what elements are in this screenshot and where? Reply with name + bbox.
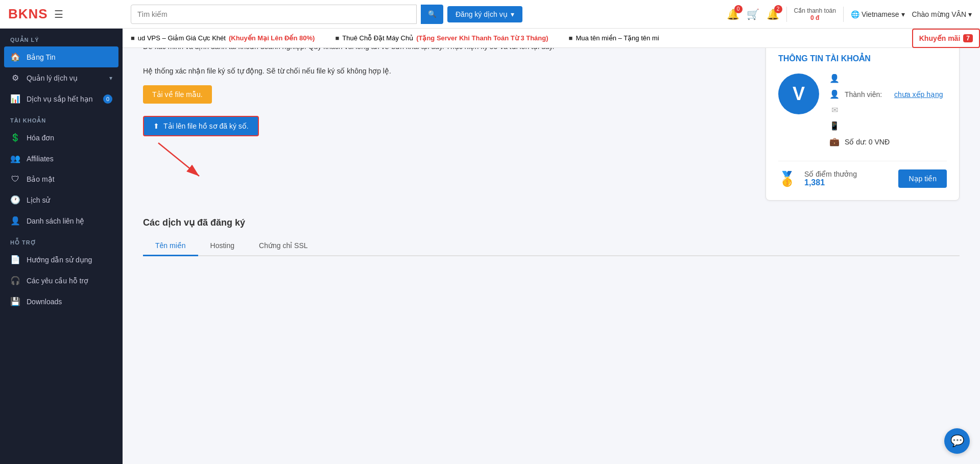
- deposit-button[interactable]: Nạp tiền: [898, 169, 947, 188]
- tab-ssl-label: Chứng chỉ SSL: [259, 241, 308, 250]
- balance-display-row: 💼 Số dư: 0 VNĐ: [829, 137, 947, 146]
- user-avatar: V: [778, 74, 819, 114]
- sidebar-huong-dan-label: Hướng dẫn sử dụng: [27, 256, 112, 264]
- register-chevron-icon: ▾: [511, 10, 514, 18]
- sidebar-item-quan-ly-dich-vu[interactable]: ⚙ Quản lý dịch vụ ▾: [0, 67, 123, 88]
- marquee-dot-2: ■: [335, 34, 339, 42]
- header-divider: [786, 7, 787, 22]
- marquee-text-3: Mua tên miền – Tặng tên mi: [576, 34, 659, 42]
- reward-value: 1,381: [804, 178, 857, 187]
- sidebar-affiliates-label: Affiliates: [27, 155, 112, 163]
- search-button[interactable]: 🔍: [421, 5, 443, 24]
- hamburger-icon[interactable]: ☰: [54, 8, 63, 20]
- chat-icon: 💬: [950, 434, 964, 448]
- tab-ten-mien-label: Tên miền: [155, 241, 186, 250]
- contacts-icon: 👤: [10, 216, 20, 226]
- greeting-label: Chào mừng: [912, 10, 950, 18]
- search-input[interactable]: [131, 5, 417, 24]
- sidebar-expiry-label: Dịch vụ sắp hết hạn: [27, 95, 97, 103]
- services-chevron-icon: ▾: [109, 75, 112, 82]
- sidebar-item-danh-sach-lien-he[interactable]: 👤 Danh sách liên hệ: [0, 210, 123, 231]
- sidebar-item-affiliates[interactable]: 👥 Affiliates: [0, 148, 123, 169]
- expiry-badge: 0: [103, 94, 112, 104]
- upload-file-button[interactable]: ⬆ Tải lên file hồ sơ đã ký số.: [143, 116, 259, 136]
- marquee-dot-3: ■: [569, 34, 573, 42]
- promo-label: Khuyến mãi: [919, 34, 961, 42]
- upload-icon: ⬆: [153, 122, 159, 130]
- marquee-dot-1: ■: [131, 34, 135, 42]
- register-service-button[interactable]: Đăng ký dịch vụ ▾: [447, 6, 522, 22]
- sidebar-contacts-label: Danh sách liên hệ: [27, 217, 112, 225]
- header-divider2: [843, 7, 844, 22]
- guide-icon: 📄: [10, 255, 20, 264]
- member-rank-link[interactable]: chưa xếp hạng: [894, 90, 943, 99]
- member-label: Thành viên:: [845, 90, 882, 99]
- download-icon: 💾: [10, 297, 20, 306]
- sidebar-item-downloads[interactable]: 💾 Downloads: [0, 291, 123, 312]
- alert-badge: 2: [774, 5, 782, 13]
- arrow-indicator: [153, 140, 214, 181]
- alert-button[interactable]: 🔔 2: [767, 8, 779, 20]
- user-chevron-icon: ▾: [968, 10, 972, 18]
- promo-badge: 7: [963, 34, 973, 42]
- billing-button[interactable]: Cần thanh toán 0 đ: [794, 7, 836, 21]
- right-panel: THÔNG TIN TÀI KHOẢN V 👤 👤 Thành viên: ch…: [766, 41, 960, 201]
- balance-area: Cần thanh toán 0 đ: [794, 7, 836, 21]
- marquee-bar: ■ ud VPS – Giảm Giá Cực Khét (Khuyến Mại…: [123, 29, 980, 48]
- account-info-grid: V 👤 👤 Thành viên: chưa xếp hạng ✉: [778, 74, 947, 153]
- invoice-icon: 💲: [10, 133, 20, 142]
- tab-ten-mien[interactable]: Tên miền: [143, 236, 198, 256]
- sidebar-bang-tin-label: Bảng Tin: [27, 53, 112, 61]
- email-row: ✉: [829, 105, 947, 115]
- member-rank-row: 👤 Thành viên: chưa xếp hạng: [829, 89, 947, 99]
- download-template-button[interactable]: Tải về file mẫu.: [143, 85, 212, 104]
- left-panel: Để xác minh và định danh tài khoản doanh…: [143, 41, 750, 201]
- sidebar-item-bang-tin[interactable]: 🏠 Bảng Tin: [4, 46, 118, 67]
- sidebar-item-lich-su[interactable]: 🕐 Lịch sử: [0, 189, 123, 210]
- sidebar-item-yeu-cau-ho-tro[interactable]: 🎧 Các yêu cầu hỗ trợ: [0, 270, 123, 291]
- account-card-title: THÔNG TIN TÀI KHOẢN: [778, 54, 947, 63]
- history-icon: 🕐: [10, 195, 20, 205]
- top-header: BKNS ☰ 🔍 Đăng ký dịch vụ ▾ 🔔 0 🛒 🔔 2 Cần…: [0, 0, 980, 29]
- sidebar: QUẢN LÝ 🏠 Bảng Tin ⚙ Quản lý dịch vụ ▾ 📊…: [0, 29, 123, 464]
- marquee-item-1: ■ ud VPS – Giảm Giá Cực Khét (Khuyến Mại…: [131, 34, 315, 42]
- balance-amount: 0 đ: [794, 14, 836, 21]
- account-section-label: TÀI KHOẢN: [0, 109, 123, 127]
- sidebar-item-dich-vu-sap-het-han[interactable]: 📊 Dịch vụ sắp hết hạn 0: [0, 88, 123, 109]
- cart-button[interactable]: 🛒: [747, 8, 759, 20]
- marquee-red-2: (Tặng Server Khi Thanh Toán Từ 3 Tháng): [416, 34, 548, 42]
- sidebar-hoa-don-label: Hóa đơn: [27, 134, 112, 142]
- medal-icon: 🥇: [778, 170, 796, 187]
- content-grid: Để xác minh và định danh tài khoản doanh…: [143, 41, 960, 201]
- promo-button[interactable]: Khuyến mãi 7: [912, 29, 980, 48]
- language-label: Vietnamese: [862, 10, 899, 18]
- download-template-label: Tải về file mẫu.: [152, 90, 203, 99]
- account-details: 👤 👤 Thành viên: chưa xếp hạng ✉: [829, 74, 947, 153]
- expiry-icon: 📊: [10, 94, 20, 104]
- sidebar-item-huong-dan[interactable]: 📄 Hướng dẫn sử dụng: [0, 249, 123, 270]
- tab-ssl[interactable]: Chứng chỉ SSL: [247, 236, 320, 256]
- sidebar-lich-su-label: Lịch sử: [27, 196, 112, 204]
- language-selector[interactable]: 🌐 Vietnamese ▾: [851, 10, 905, 18]
- reward-label: Số điểm thưởng: [804, 170, 857, 178]
- notification-bell-button[interactable]: 🔔 0: [727, 8, 739, 20]
- wallet-icon: 💼: [829, 137, 840, 146]
- services-section: Các dịch vụ đã đăng ký Tên miền Hosting …: [143, 217, 960, 256]
- card-divider: [778, 161, 947, 161]
- services-icon: ⚙: [10, 73, 20, 83]
- sidebar-quan-ly-label: Quản lý dịch vụ: [27, 74, 103, 82]
- sidebar-item-hoa-don[interactable]: 💲 Hóa đơn: [0, 127, 123, 148]
- user-menu-button[interactable]: Chào mừng VÂN ▾: [912, 10, 972, 18]
- lang-chevron-icon: ▾: [901, 10, 905, 18]
- support-icon: 🎧: [10, 276, 20, 285]
- email-icon: ✉: [829, 105, 840, 115]
- marquee-item-3: ■ Mua tên miền – Tặng tên mi: [569, 34, 659, 42]
- marquee-item-2: ■ Thuê Chỗ Đặt Máy Chủ (Tặng Server Khi …: [335, 34, 548, 42]
- chat-bubble-button[interactable]: 💬: [944, 428, 970, 454]
- account-balance: Số dư: 0 VNĐ: [845, 138, 890, 146]
- globe-icon: 🌐: [851, 10, 859, 18]
- management-section-label: QUẢN LÝ: [0, 29, 123, 46]
- marquee-text-2: Thuê Chỗ Đặt Máy Chủ: [342, 34, 413, 42]
- tab-hosting[interactable]: Hosting: [198, 236, 247, 256]
- sidebar-item-bao-mat[interactable]: 🛡 Bảo mật: [0, 169, 123, 189]
